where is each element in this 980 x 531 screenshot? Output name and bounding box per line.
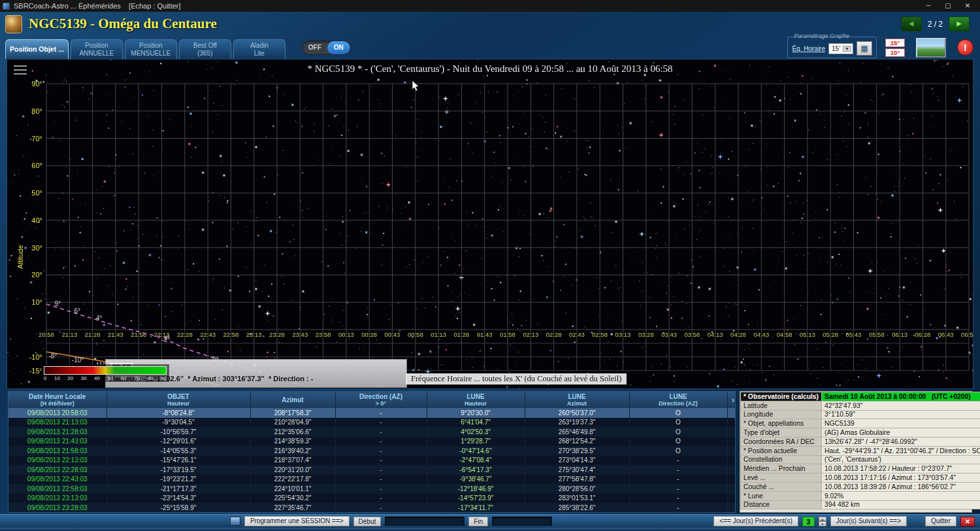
fin-input[interactable] — [492, 517, 552, 526]
table-row[interactable]: 09/08/2013 21:43:03-12°29'01.6"214°38'59… — [8, 437, 736, 447]
y-tick-label: 40° — [31, 216, 42, 224]
next-object-button[interactable]: ► — [949, 16, 970, 31]
maximize-button[interactable]: ▢ — [938, 0, 958, 12]
table-cell: 224°10'01.1" — [250, 484, 335, 494]
program-session-button[interactable]: Programmer une SESSION ==> — [244, 516, 350, 526]
table-cell: -14°57'23.9" — [427, 494, 525, 504]
tab-aladin-lite[interactable]: Aladin Lite — [233, 39, 286, 59]
table-row[interactable]: 09/08/2013 22:28:03-17°33'19.5"220°31'20… — [8, 465, 736, 475]
table-row[interactable]: 09/08/2013 23:13:03-23°14'54.3"225°54'30… — [8, 494, 736, 504]
table-row[interactable]: 09/08/2013 21:28:03-10°56'59.7"212°35'06… — [8, 427, 736, 437]
observatory-row: * Objet, appellationsNGC5139 — [741, 419, 980, 428]
table-cell: - — [335, 494, 427, 504]
table-cell: 09/08/2013 21:28:03 — [8, 427, 106, 437]
close-button[interactable]: ✕ — [958, 0, 977, 12]
tab-best-off[interactable]: Best Off (365) — [179, 39, 231, 59]
table-cell: -14°05'55.3" — [106, 446, 250, 456]
graph-settings-group: Paramétrage Graphe Éq. Horaire 15' ▼ ▦ — [787, 37, 877, 58]
curve-value-label: 9° — [54, 300, 61, 307]
x-tick-label: 00:13 — [338, 331, 354, 338]
background-image-button[interactable] — [916, 38, 946, 58]
column-header[interactable]: LUNEDirection (AZ) — [629, 392, 727, 408]
table-row[interactable]: 09/08/2013 23:28:03-25°15'58.9"227°35'46… — [8, 503, 736, 513]
table-cell — [727, 475, 736, 485]
x-tick-label: 21:28 — [85, 331, 101, 338]
quit-button[interactable]: Quitter — [925, 516, 956, 526]
tab-position-mensuelle[interactable]: Position MENSUELLE — [125, 39, 177, 59]
y-tick-label: -15° — [29, 367, 42, 375]
tab-position-annuelle[interactable]: Position ANNUELLE — [71, 39, 123, 59]
table-row[interactable]: 09/08/2013 22:43:03-19°23'21.2"222°22'17… — [8, 475, 736, 485]
column-header[interactable]: LUNEAzimut — [525, 392, 629, 408]
observatory-row-value: 10.08.2013 17:58:22 / Hauteur : 0°23'07.… — [822, 464, 980, 473]
x-tick-label: 06:43 — [938, 331, 954, 338]
y-tick-label: 10° — [31, 298, 42, 306]
observatory-row: Longitude3°1'10.59" — [741, 410, 980, 419]
tooltip-line-2: Hauteur : -38°23'48.0" * Azimut : 236°35… — [110, 386, 313, 389]
minimize-button[interactable]: ─ — [919, 0, 938, 12]
table-cell: 265°46'49.8" — [525, 427, 629, 437]
x-tick-label: 04:58 — [777, 331, 792, 338]
previous-object-button[interactable]: ◄ — [901, 16, 922, 31]
table-cell — [727, 465, 736, 475]
column-header[interactable]: LUNEHauteur — [427, 392, 525, 408]
debut-label: Début — [353, 517, 382, 526]
days-spinner[interactable]: ▲ ▼ — [819, 517, 826, 526]
observatory-row-label: * Objet, appellations — [741, 419, 822, 428]
table-cell: 09/08/2013 22:13:03 — [8, 456, 106, 466]
days-count-value[interactable]: 3 — [802, 517, 815, 526]
table-row[interactable]: 09/08/2013 21:58:03-14°05'55.3"216°39'40… — [8, 446, 736, 456]
table-cell: - — [335, 484, 427, 494]
table-row[interactable]: 09/08/2013 21:13:03-9°30'04.5"210°28'04.… — [8, 418, 736, 428]
quit-close-icon[interactable]: ✕ — [960, 517, 975, 526]
spinner-down-icon[interactable]: ▼ — [819, 521, 826, 526]
off-on-toggle[interactable]: OFF ON — [302, 41, 351, 55]
table-cell — [727, 408, 736, 418]
eq-horaire-value: 15' — [832, 45, 840, 52]
table-cell: 222°22'17.8" — [250, 475, 335, 485]
table-cell: -19°23'21.2" — [106, 475, 250, 485]
x-tick-label: 02:58 — [592, 331, 608, 338]
x-tick-label: 00:43 — [385, 331, 400, 338]
limit-low-value[interactable]: 10° — [885, 48, 905, 57]
table-cell: -2°47'08.4" — [427, 456, 525, 466]
eq-horaire-select[interactable]: 15' ▼ — [828, 43, 853, 54]
table-cell: 273°04'14.3" — [525, 456, 629, 466]
column-header[interactable]: Date Heure Locale(H été/hiver) — [8, 392, 106, 408]
alert-icon[interactable]: ! — [957, 39, 973, 56]
tab-position-objet[interactable]: Position Objet ... — [5, 39, 69, 59]
x-tick-label: 21:13 — [61, 331, 77, 338]
next-days-button[interactable]: Jour(s) Suivant(s) ==> — [830, 516, 907, 526]
x-tick-label: 05:43 — [846, 331, 862, 338]
table-cell: 218°37'07.4" — [250, 456, 335, 466]
x-tick-label: 22:58 — [223, 331, 239, 338]
table-cell: 227°35'46.7" — [250, 503, 335, 513]
x-tick-label: 04:43 — [753, 331, 769, 338]
x-tick-label: 03:58 — [685, 331, 700, 338]
table-cell: 260°50'37.0" — [525, 408, 629, 418]
observatory-row-value: 13h26'47.28" / -47°28'46.0992" — [822, 437, 980, 446]
debut-input[interactable] — [385, 517, 465, 526]
x-axis: 20:5821:1321:2821:4321:5822:1322:2822:43… — [39, 331, 973, 338]
table-scroll-right[interactable]: › — [727, 392, 736, 408]
table-header: Date Heure Locale(H été/hiver)OBJETHaute… — [8, 392, 736, 408]
session-icon[interactable] — [230, 517, 240, 526]
table-cell: 285°38'22.6" — [525, 503, 629, 513]
table-row[interactable]: 09/08/2013 22:13:03-15°47'26.1"218°37'07… — [8, 456, 736, 466]
app-logo-icon — [5, 15, 22, 33]
table-row[interactable]: 09/08/2013 20:58:03-8°08'24.8"208°17'58.… — [8, 408, 736, 418]
table-cell: 225°54'30.2" — [250, 494, 335, 504]
column-header[interactable]: Direction (AZ)> 0° — [335, 392, 427, 408]
table-row[interactable]: 09/08/2013 22:58:03-21°17'17.3"224°10'01… — [8, 484, 736, 494]
column-header[interactable]: Azimut — [250, 392, 335, 408]
table-cell: -25°15'58.9" — [106, 503, 250, 513]
curve-value-label: -2° — [162, 336, 171, 343]
graph-refresh-button[interactable]: ▦ — [857, 41, 872, 56]
previous-days-button[interactable]: <== Jour(s) Précédent(s) — [713, 516, 798, 526]
spinner-up-icon[interactable]: ▲ — [819, 517, 826, 522]
limit-high-value[interactable]: 15° — [885, 39, 905, 47]
toggle-on-label: ON — [327, 41, 350, 54]
chart-menu-icon[interactable] — [14, 65, 27, 77]
column-header[interactable]: OBJETHauteur — [106, 392, 250, 408]
frequency-note: Fréquence Horaire ... toutes les X' (du … — [406, 373, 627, 385]
